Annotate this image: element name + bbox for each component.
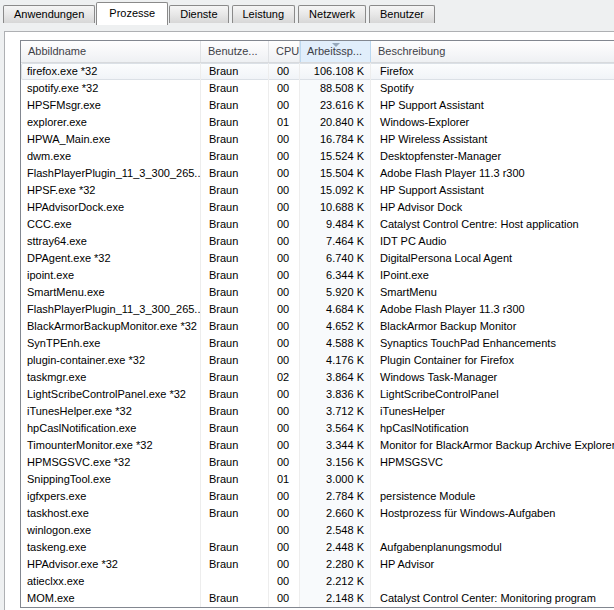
cell-cpu: 00 [269,522,300,539]
cell-cpu: 01 [269,114,300,131]
process-row[interactable]: hpCaslNotification.exeBraun003.564 KhpCa… [21,420,614,437]
cell-cpu: 00 [269,488,300,505]
sort-descending-arrow-icon [332,43,340,47]
process-row[interactable]: HPAdvisorDock.exeBraun0010.688 KHP Advis… [21,199,614,216]
process-row[interactable]: igfxpers.exeBraun002.784 Kpersistence Mo… [21,488,614,505]
cell-image-name: explorer.exe [21,114,201,131]
cell-description: Plugin Container for Firefox [371,352,614,369]
process-row[interactable]: HPAdvisor.exe *32Braun002.280 KHP Adviso… [21,556,614,573]
cell-description: iTunesHelper [371,403,614,420]
cell-description: persistence Module [371,488,614,505]
tab-netzwerk[interactable]: Netzwerk [298,5,366,23]
cell-description: HP Advisor Dock [371,199,614,216]
cell-cpu: 00 [269,80,300,97]
process-row[interactable]: MOM.exeBraun002.148 KCatalyst Control Ce… [21,590,614,607]
process-row[interactable]: taskhost.exeBraun002.660 KHostprozess fü… [21,505,614,522]
column-header-benutze[interactable]: Benutze... [201,41,269,62]
process-row[interactable]: HPSF.exe *32Braun0015.092 KHP Support As… [21,182,614,199]
process-row[interactable]: sttray64.exeBraun007.464 KIDT PC Audio [21,233,614,250]
column-header-beschreibung[interactable]: Beschreibung [371,41,614,62]
cell-user-name: Braun [201,318,269,335]
cell-memory: 15.504 K [300,165,371,182]
cell-description: HP Wireless Assistant [371,131,614,148]
cell-description: Windows Task-Manager [371,369,614,386]
cell-user-name: Braun [201,437,269,454]
process-row[interactable]: LightScribeControlPanel.exe *32Braun003.… [21,386,614,403]
cell-image-name: sttray64.exe [21,233,201,250]
cell-image-name: HPAdvisor.exe *32 [21,556,201,573]
cell-user-name: Braun [201,267,269,284]
process-row[interactable]: HPWA_Main.exeBraun0016.784 KHP Wireless … [21,131,614,148]
cell-cpu: 02 [269,369,300,386]
process-row[interactable]: ipoint.exeBraun006.344 KIPoint.exe [21,267,614,284]
cell-memory: 3.000 K [300,471,371,488]
cell-image-name: HPAdvisorDock.exe [21,199,201,216]
cell-description: HP Advisor [371,556,614,573]
cell-memory: 7.464 K [300,233,371,250]
cell-memory: 106.108 K [300,63,371,80]
tab-prozesse[interactable]: Prozesse [96,2,168,25]
process-row[interactable]: DPAgent.exe *32Braun006.740 KDigitalPers… [21,250,614,267]
process-row[interactable]: winlogon.exe002.548 K [21,522,614,539]
cell-memory: 5.920 K [300,284,371,301]
cell-description: Hostprozess für Windows-Aufgaben [371,505,614,522]
process-row[interactable]: explorer.exeBraun0120.840 KWindows-Explo… [21,114,614,131]
process-table-body[interactable]: firefox.exe *32Braun00106.108 KFirefoxsp… [21,63,614,607]
process-row[interactable]: plugin-container.exe *32Braun004.176 KPl… [21,352,614,369]
cell-memory: 15.524 K [300,148,371,165]
tab-dienste[interactable]: Dienste [169,5,228,23]
process-row[interactable]: CCC.exeBraun009.484 KCatalyst Control Ce… [21,216,614,233]
cell-user-name [201,522,269,539]
cell-memory: 10.688 K [300,199,371,216]
column-header-arbeitssp[interactable]: Arbeitssp... [300,41,371,62]
process-row[interactable]: SynTPEnh.exeBraun004.588 KSynaptics Touc… [21,335,614,352]
cell-description: LightScribeControlPanel [371,386,614,403]
cell-memory: 2.548 K [300,522,371,539]
column-header-abbildname[interactable]: Abbildname [21,41,201,62]
cell-cpu: 00 [269,420,300,437]
process-row[interactable]: HPMSGSVC.exe *32Braun003.156 KHPMSGSVC [21,454,614,471]
cell-cpu: 00 [269,590,300,607]
process-row[interactable]: HPSFMsgr.exeBraun0023.616 KHP Support As… [21,97,614,114]
cell-image-name: igfxpers.exe [21,488,201,505]
cell-image-name: ipoint.exe [21,267,201,284]
tab-leistung[interactable]: Leistung [232,5,296,23]
cell-cpu: 00 [269,199,300,216]
process-row[interactable]: spotify.exe *32Braun0088.508 KSpotify [21,80,614,97]
task-manager-window: AnwendungenProzesseDiensteLeistungNetzwe… [0,0,614,610]
cell-user-name: Braun [201,131,269,148]
cell-description: HP Support Assistant [371,182,614,199]
cell-image-name: LightScribeControlPanel.exe *32 [21,386,201,403]
process-listview: AbbildnameBenutze...CPUArbeitssp...Besch… [20,40,614,608]
cell-memory: 3.156 K [300,454,371,471]
tab-benutzer[interactable]: Benutzer [369,5,435,23]
process-row[interactable]: SmartMenu.exeBraun005.920 KSmartMenu [21,284,614,301]
process-row[interactable]: FlashPlayerPlugin_11_3_300_265....Braun0… [21,165,614,182]
cell-image-name: hpCaslNotification.exe [21,420,201,437]
tab-anwendungen[interactable]: Anwendungen [3,5,95,23]
cell-user-name: Braun [201,335,269,352]
process-row[interactable]: SnippingTool.exeBraun013.000 K [21,471,614,488]
column-header-cpu[interactable]: CPU [269,41,300,62]
cell-description: IPoint.exe [371,267,614,284]
cell-memory: 3.564 K [300,420,371,437]
process-row[interactable]: taskeng.exeBraun002.448 KAufgabenplanung… [21,539,614,556]
process-row[interactable]: firefox.exe *32Braun00106.108 KFirefox [21,63,614,80]
cell-image-name: atieclxx.exe [21,573,201,590]
cell-cpu: 00 [269,352,300,369]
cell-user-name: Braun [201,97,269,114]
cell-memory: 2.280 K [300,556,371,573]
process-row[interactable]: FlashPlayerPlugin_11_3_300_265....Braun0… [21,301,614,318]
process-row[interactable]: taskmgr.exeBraun023.864 KWindows Task-Ma… [21,369,614,386]
process-row[interactable]: dwm.exeBraun0015.524 KDesktopfenster-Man… [21,148,614,165]
cell-user-name: Braun [201,301,269,318]
cell-user-name: Braun [201,556,269,573]
process-row[interactable]: BlackArmorBackupMonitor.exe *32Braun004.… [21,318,614,335]
process-row[interactable]: iTunesHelper.exe *32Braun003.712 KiTunes… [21,403,614,420]
cell-cpu: 00 [269,437,300,454]
process-row[interactable]: atieclxx.exe002.212 K [21,573,614,590]
cell-user-name: Braun [201,386,269,403]
process-row[interactable]: TimounterMonitor.exe *32Braun003.344 KMo… [21,437,614,454]
cell-memory: 3.836 K [300,386,371,403]
cell-description: hpCaslNotification [371,420,614,437]
